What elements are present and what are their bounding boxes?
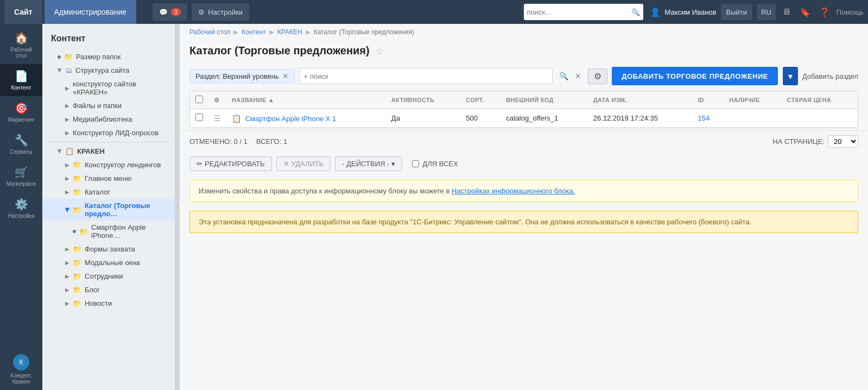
logout-button[interactable]: Выйти [721, 4, 753, 20]
sidebar-label-forms: Формы захвата [85, 245, 135, 253]
nav-item-settings[interactable]: ⚙️ Настройки [0, 192, 42, 224]
sidebar-label-modals: Модальные окна [85, 259, 140, 267]
language-button[interactable]: RU [757, 4, 776, 20]
warning-text: Эта установка предназначена для разработ… [199, 218, 751, 226]
col-ext-code[interactable]: ВНЕШНИЙ КОД [500, 91, 587, 109]
sidebar-item-forms[interactable]: ▶ 📁 Формы захвата [42, 242, 175, 256]
breadcrumb-kraken[interactable]: КРАКЕН [277, 28, 302, 36]
nav-item-koncept[interactable]: К Концепт.Кракен [0, 349, 42, 390]
arrow-right-icon-7: ▶ [65, 189, 69, 195]
site-button[interactable]: Сайт [4, 0, 42, 24]
arrow-down-icon: ▶ [57, 68, 63, 73]
arrow-right-icon-11: ▶ [65, 287, 69, 293]
col-date[interactable]: ДАТА ИЗМ. [588, 91, 693, 109]
row-checkbox[interactable] [195, 114, 203, 121]
filter-search-input[interactable] [304, 72, 548, 80]
sidebar-item-lend[interactable]: ▶ 📁 Конструктор лендингов [42, 158, 175, 172]
sidebar-item-staff[interactable]: ▶ 📁 Сотрудники [42, 269, 175, 283]
row-date: 26.12.2019 17:24:35 [588, 109, 693, 128]
actions-dropdown-icon: ▾ [391, 160, 395, 168]
edit-button[interactable]: ✏ РЕДАКТИРОВАТЬ [189, 156, 272, 171]
sidebar-item-lid[interactable]: ▶ Конструктор ЛИД-опросов [42, 126, 175, 140]
add-offer-button[interactable]: ДОБАВИТЬ ТОРГОВОЕ ПРЕДЛОЖЕНИЕ [612, 67, 778, 85]
table-row: ☰ 📋 Смартфон Apple iPhone X 1 Да 500 cat… [190, 109, 858, 128]
messages-button[interactable]: 💬 3 [153, 3, 187, 21]
sidebar-item-constructor[interactable]: ▶ конструктор сайтов «КРАКЕН» [42, 77, 175, 99]
col-name[interactable]: НАЗВАНИЕ ▲ [226, 91, 386, 109]
folder-icon-menu: 📁 [73, 174, 81, 183]
breadcrumb-sep-2: ▶ [269, 28, 274, 36]
row-ext-code: catalog_offers_1 [500, 109, 587, 128]
select-all-checkbox[interactable] [195, 96, 203, 103]
col-id[interactable]: ID [693, 91, 724, 109]
sidebar-item-menu[interactable]: ▶ 📁 Главное меню [42, 172, 175, 185]
product-icon: 📋 [232, 114, 241, 123]
bookmark-icon-button[interactable]: 🔖 [797, 7, 813, 17]
delete-button[interactable]: ✕ УДАЛИТЬ [276, 156, 331, 171]
row-sort: 500 [460, 109, 500, 128]
sidebar-item-files[interactable]: ▶ Файлы и папки [42, 99, 175, 112]
col-active[interactable]: АКТИВНОСТЬ [386, 91, 460, 109]
warning-box: Эта установка предназначена для разработ… [189, 211, 858, 233]
gear-icon: ⚙ [198, 8, 205, 16]
col-old-price[interactable]: СТАРАЯ ЦЕНА [781, 91, 858, 109]
product-name-link[interactable]: Смартфон Apple iPhone X 1 [245, 115, 337, 123]
nav-item-marketplace[interactable]: 🛒 Marketplace [0, 160, 42, 192]
nav-item-services[interactable]: 🔧 Сервисы [0, 128, 42, 160]
sidebar-item-kraken[interactable]: ▶ 📋 КРАКЕН [42, 144, 175, 158]
sidebar-item-site-structure[interactable]: ▶ 🗂 Структура сайта [42, 64, 175, 77]
settings-topbar-button[interactable]: ⚙ Настройки [192, 3, 249, 21]
per-page-select[interactable]: 20 50 100 [828, 135, 858, 148]
sidebar-item-modals[interactable]: ▶ 📁 Модальные окна [42, 256, 175, 269]
col-sort[interactable]: СОРТ. [460, 91, 500, 109]
monitor-icon-button[interactable]: 🖥 [780, 7, 793, 17]
breadcrumb-desktop[interactable]: Рабочий стол [189, 28, 230, 36]
actions-dropdown-button[interactable]: - ДЕЙСТВИЯ - ▾ [335, 156, 402, 171]
resize-handle[interactable] [175, 24, 180, 390]
section-filter-close[interactable]: ✕ [282, 72, 289, 80]
folder-icon: 📁 [64, 53, 73, 61]
for-all-label[interactable]: ДЛЯ ВСЕХ [412, 160, 458, 168]
table-settings-button[interactable]: ⚙ [588, 68, 607, 84]
folder-icon-catalog: 📁 [73, 188, 81, 196]
row-id-link[interactable]: 154 [698, 114, 710, 122]
row-drag-handle[interactable]: ☰ [214, 114, 221, 123]
add-section-link[interactable]: Добавить раздел [802, 72, 858, 80]
search-filter-icon-button[interactable]: 🔍 [557, 71, 571, 81]
folder-icon-staff: 📁 [73, 272, 81, 280]
nav-label-marketplace: Marketplace [7, 181, 36, 187]
site-structure-icon: 🗂 [65, 66, 72, 74]
for-all-checkbox[interactable] [412, 160, 419, 167]
breadcrumb-content[interactable]: Контент [242, 28, 265, 36]
section-filter-label: Раздел: Верхний уровень [195, 72, 279, 80]
home-icon: 🏠 [15, 32, 28, 45]
sidebar-label-folder-size: Размер папок [76, 53, 121, 61]
nav-label-koncept: Концепт.Кракен [10, 373, 32, 385]
sidebar-label-catalog: Каталог [85, 188, 110, 196]
sidebar-item-blog[interactable]: ▶ 📁 Блог [42, 283, 175, 297]
favorite-button[interactable]: ☆ [375, 45, 384, 57]
marketing-icon: 🎯 [15, 102, 28, 115]
search-input[interactable] [527, 8, 631, 16]
nav-item-content[interactable]: 📄 Контент [0, 64, 42, 96]
page-header: Каталог (Торговые предложения) ☆ [180, 40, 868, 64]
sidebar-item-folder-size[interactable]: 📁 Размер папок [42, 50, 175, 64]
info-box-link[interactable]: Настройках информационного блока. [452, 187, 575, 195]
help-icon-button[interactable]: ❓ [817, 7, 832, 17]
col-stock[interactable]: НАЛИЧИЕ [724, 91, 781, 109]
nav-item-desktop[interactable]: 🏠 Рабочийстол [0, 26, 42, 64]
sidebar-item-catalog[interactable]: ▶ 📁 Каталог [42, 185, 175, 199]
nav-label-settings: Настройки [8, 213, 34, 219]
table-footer: ОТМЕЧЕНО: 0 / 1 ВСЕГО: 1 НА СТРАНИЦЕ: 20… [180, 130, 868, 152]
sidebar-label-lend: Конструктор лендингов [85, 161, 161, 169]
nav-item-marketing[interactable]: 🎯 Маркетинг [0, 96, 42, 128]
sidebar-item-catalog-offers[interactable]: ▶ 📁 Каталог (Торговые предло… [42, 199, 175, 221]
add-offer-dropdown-button[interactable]: ▾ [783, 67, 798, 85]
arrow-right-icon-10: ▶ [65, 273, 69, 279]
admin-button[interactable]: Администрирование [45, 0, 137, 24]
sidebar-item-news[interactable]: ▶ 📁 Новости [42, 297, 175, 310]
clear-filter-icon-button[interactable]: ✕ [573, 71, 584, 81]
sidebar-item-iphone[interactable]: 📁 Смартфон Apple iPhone… [42, 221, 175, 242]
help-label: Помощь [837, 8, 864, 16]
sidebar-item-media[interactable]: ▶ Медиабиблиотека [42, 112, 175, 126]
